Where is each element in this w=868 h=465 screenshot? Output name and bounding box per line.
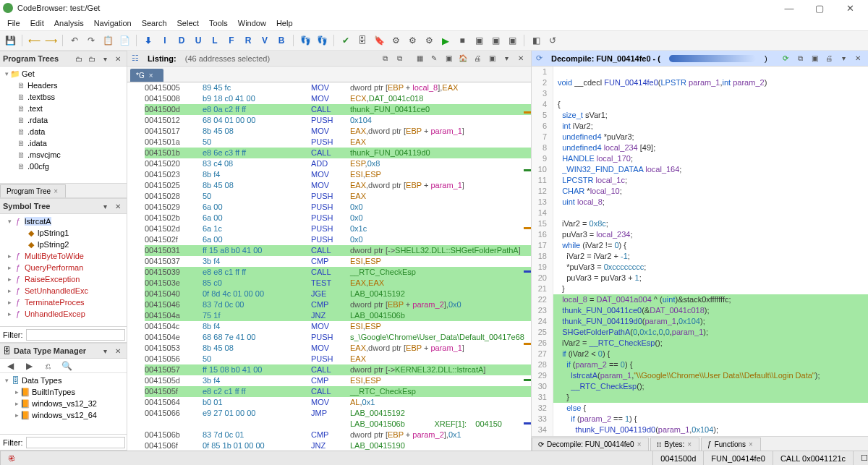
close-icon[interactable]: × [687,440,692,448]
lh-b4-icon[interactable]: 🏠 [457,53,469,64]
dtm-item[interactable]: ▸📙BuiltInTypes [1,386,125,398]
listing-row[interactable]: 0041500589 45 fcMOVdword ptr [EBP + loca… [145,82,531,93]
menubar[interactable]: FileEditAnalysisNavigationSearchSelectTo… [0,16,868,30]
listing-row[interactable]: 004150373b f4CMPESI,ESP [145,256,531,267]
dc-b2-icon[interactable]: ⧉ [794,53,806,64]
symbol-filter-input[interactable] [26,329,125,341]
dc-b3-icon[interactable]: ▣ [809,53,820,64]
ptree-item[interactable]: 🗎.msvcjmc [1,149,125,161]
listing-row[interactable]: 0041506f0f 85 1b 01 00 00JNZLAB_00415190 [145,440,531,451]
pt-btn-1[interactable]: 🗀 [73,53,85,64]
walk-icon[interactable]: 👣 [298,33,312,48]
ptree-item[interactable]: 🗎.rdata [1,114,125,126]
listing-row[interactable]: 00415008b9 18 c0 41 00MOVECX,DAT_0041c01… [145,93,531,104]
maximize-button[interactable]: ▢ [804,0,835,16]
listing-row[interactable]: 0041504c8b f4MOVESI,ESP [145,321,531,332]
tab-program-tree[interactable]: Program Tree× [0,184,66,197]
lh-b1-icon[interactable]: ▦ [414,53,425,64]
dtm-close-button[interactable]: ✕ [112,345,124,357]
lh-copy-icon[interactable]: ⧉ [379,53,391,64]
decompile-line[interactable]: 8 undefined4 local_234 [49]; [532,142,868,153]
menu-window[interactable]: Window [234,17,271,29]
lh-b5-icon[interactable]: 🖨 [472,53,483,64]
g2-icon[interactable]: ⚙ [405,33,420,48]
decompile-line[interactable]: 21 } [532,283,868,294]
menu-file[interactable]: File [3,17,25,29]
close-icon[interactable]: × [637,440,642,448]
back-button[interactable]: ⟵ [27,33,41,48]
listing-tab[interactable]: *G× [130,69,163,82]
close-button[interactable]: ✕ [835,0,865,16]
walk2-icon[interactable]: 👣 [315,33,329,48]
decompile-line[interactable]: 17 while (iVar2 != 0) { [532,240,868,251]
decompile-line[interactable]: 22 local_8 = DAT_0041a004 ^ (uint)&stack… [532,294,868,305]
nav-v-button[interactable]: V [258,33,272,48]
menu-navigation[interactable]: Navigation [90,17,136,29]
listing-row[interactable]: 0041503e85 c0TESTEAX,EAX [145,278,531,289]
symbol-selected[interactable]: ▾ƒlstrcatA [1,216,125,227]
tool-b-icon[interactable]: ▣ [488,33,503,48]
decompile-line[interactable]: 13 uint local_8; [532,197,868,208]
decompile-line[interactable]: 34 thunk_FUN_004119d0(param_1,0x104); [532,425,868,435]
menu-analysis[interactable]: Analysis [50,17,88,29]
tool-e-icon[interactable]: ↺ [545,33,560,48]
pt-close-button[interactable]: ✕ [112,53,124,64]
listing-row[interactable]: 0041502d6a 1cPUSH0x1c [145,223,531,234]
decompile-line[interactable]: 19 *puVar3 = 0xcccccccc; [532,262,868,273]
listing-row[interactable]: 00415039e8 e8 c1 ff ffCALL__RTC_CheckEsp [145,267,531,278]
menu-help[interactable]: Help [272,17,297,29]
g3-icon[interactable]: ⚙ [422,33,436,48]
decompile-line[interactable]: 6 int iVar2; [532,121,868,132]
ptree-root[interactable]: ▾📁Get [1,68,125,80]
stop-button[interactable]: ■ [455,33,469,48]
st-close-button[interactable]: ✕ [112,200,124,212]
decompile-line[interactable]: 12 CHAR *local_10; [532,186,868,197]
dtm-t2-icon[interactable]: ▶ [22,359,36,373]
copy-icon[interactable]: 📋 [101,33,115,48]
dc-b4-icon[interactable]: 🖨 [823,53,835,64]
decompile-line[interactable]: 15 iVar2 = 0x8c; [532,218,868,229]
nav-l-button[interactable]: L [208,33,222,48]
symbol-item[interactable]: ▸ƒQueryPerforman [1,262,125,273]
symbol-item[interactable]: ▸ƒRaiseException [1,273,125,285]
decompile-line[interactable]: 4{ [532,99,868,110]
redo-icon[interactable]: ↷ [84,33,98,48]
dtm-t4-icon[interactable]: 🔍 [59,359,74,373]
dc-menu-icon[interactable]: ▾ [838,53,849,64]
menu-tools[interactable]: Tools [205,17,232,29]
dtm-filter-input[interactable] [26,437,125,448]
dtm-root[interactable]: ▾🗄Data Types [1,375,125,386]
listing-row[interactable]: 0041504a75 1fJNZLAB_0041506b [145,310,531,321]
lh-menu-icon[interactable]: ▾ [501,53,512,64]
fwd-button[interactable]: ⟶ [43,33,58,48]
decompile-line[interactable]: 1 [532,67,868,77]
decompile-line[interactable]: 25 SHGetFolderPathA(0,0x1c,0,0,param_1); [532,327,868,338]
decompile-tab[interactable]: ⁞⁞Bytes:× [650,438,699,451]
dtm-btn-1[interactable]: ▾ [99,345,111,357]
close-icon[interactable]: × [54,187,58,195]
listing-row[interactable]: 00415031ff 15 a8 b0 41 00CALLdword ptr [… [145,245,531,256]
decompile-line[interactable]: 31 } [532,392,868,403]
decompile-line[interactable]: 7 undefined4 *puVar3; [532,132,868,142]
close-icon[interactable]: × [749,440,753,448]
decompile-line[interactable]: 18 iVar2 = iVar2 + -1; [532,251,868,262]
decompile-line[interactable]: 10 _WIN32_FIND_DATAA local_164; [532,164,868,175]
dtm-t3-icon[interactable]: ⎌ [41,359,55,373]
ptree-item[interactable]: 🗎.data [1,126,125,137]
dc-b1-icon[interactable]: ⟳ [780,53,791,64]
ptree-item[interactable]: 🗎.textbss [1,91,125,103]
decompile-line[interactable]: 28 if (param_2 == 0) { [532,359,868,370]
decompile-line[interactable]: 16 puVar3 = local_234; [532,229,868,240]
decompile-line[interactable]: 27 if (iVar2 < 0) { [532,349,868,359]
listing-row[interactable]: 004150400f 8d 4c 01 00 00JGELAB_00415192 [145,289,531,299]
save-button[interactable]: 💾 [3,33,17,48]
listing-row[interactable]: 004150538b 45 08MOVEAX,dword ptr [EBP + … [145,343,531,354]
listing-row[interactable]: LAB_0041506bXREF[1]: 004150 [145,419,531,430]
listing-row[interactable]: 0041504683 7d 0c 00CMPdword ptr [EBP + p… [145,299,531,310]
listing-row[interactable]: 0041504e68 68 7e 41 00PUSHs_\Google\Chro… [145,332,531,343]
listing-row[interactable]: 0041502850PUSHEAX [145,191,531,202]
program-tree-body[interactable]: ▾📁Get🗎Headers🗎.textbss🗎.text🗎.rdata🗎.dat… [0,67,127,183]
listing-row[interactable]: 00415066e9 27 01 00 00JMPLAB_00415192 [145,408,531,419]
dtm-body[interactable]: ▾🗄Data Types▸📙BuiltInTypes▸📙windows_vs12… [0,373,127,434]
listing-row[interactable]: 004150296a 00PUSH0x0 [145,202,531,213]
